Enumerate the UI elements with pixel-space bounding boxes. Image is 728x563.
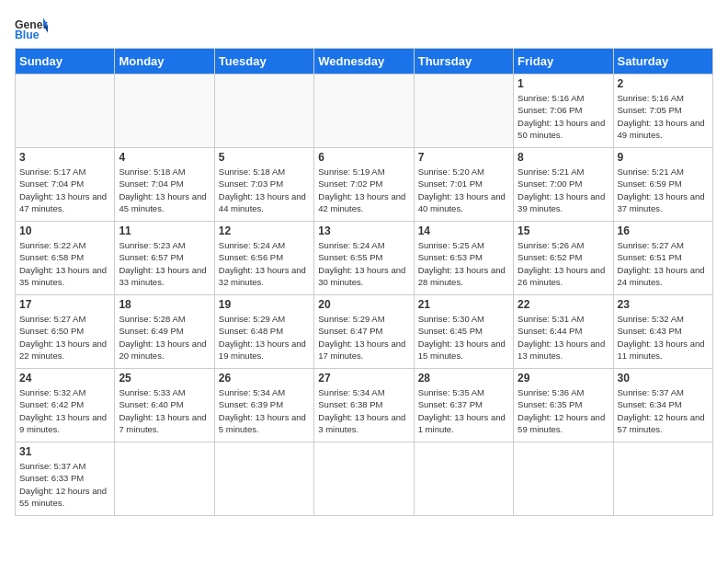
- day-info: Sunrise: 5:29 AM Sunset: 6:48 PM Dayligh…: [219, 313, 310, 362]
- calendar-cell: 16Sunrise: 5:27 AM Sunset: 6:51 PM Dayli…: [613, 222, 712, 295]
- calendar-cell: 28Sunrise: 5:35 AM Sunset: 6:37 PM Dayli…: [414, 369, 513, 442]
- calendar-cell: 23Sunrise: 5:32 AM Sunset: 6:43 PM Dayli…: [613, 295, 712, 369]
- calendar-cell: [214, 442, 313, 516]
- day-number: 15: [518, 224, 609, 237]
- day-number: 7: [418, 151, 509, 164]
- day-number: 4: [119, 151, 210, 164]
- calendar-cell: [414, 75, 513, 148]
- day-number: 23: [618, 298, 709, 311]
- day-number: 24: [19, 372, 110, 385]
- calendar-cell: [314, 75, 414, 148]
- weekday-header-row: SundayMondayTuesdayWednesdayThursdayFrid…: [16, 49, 713, 75]
- calendar-cell: [115, 442, 214, 516]
- calendar-cell: 12Sunrise: 5:24 AM Sunset: 6:56 PM Dayli…: [214, 222, 313, 295]
- day-info: Sunrise: 5:25 AM Sunset: 6:53 PM Dayligh…: [418, 239, 509, 288]
- calendar-cell: 22Sunrise: 5:31 AM Sunset: 6:44 PM Dayli…: [514, 295, 613, 369]
- weekday-header-sunday: Sunday: [16, 49, 115, 75]
- calendar-cell: 30Sunrise: 5:37 AM Sunset: 6:34 PM Dayli…: [613, 369, 712, 442]
- day-info: Sunrise: 5:18 AM Sunset: 7:04 PM Dayligh…: [119, 166, 210, 214]
- day-number: 6: [318, 151, 409, 164]
- calendar-cell: 24Sunrise: 5:32 AM Sunset: 6:42 PM Dayli…: [16, 369, 115, 442]
- day-info: Sunrise: 5:33 AM Sunset: 6:40 PM Dayligh…: [119, 386, 210, 435]
- calendar-cell: 25Sunrise: 5:33 AM Sunset: 6:40 PM Dayli…: [115, 369, 214, 442]
- day-info: Sunrise: 5:34 AM Sunset: 6:38 PM Dayligh…: [318, 386, 409, 435]
- calendar-cell: [16, 75, 115, 148]
- day-number: 8: [518, 151, 609, 164]
- calendar-cell: [514, 442, 613, 516]
- page-header: General Blue: [15, 15, 713, 40]
- calendar-row: 24Sunrise: 5:32 AM Sunset: 6:42 PM Dayli…: [16, 369, 713, 442]
- day-number: 31: [19, 445, 110, 458]
- weekday-header-wednesday: Wednesday: [314, 49, 414, 75]
- calendar-row: 17Sunrise: 5:27 AM Sunset: 6:50 PM Dayli…: [16, 295, 713, 369]
- day-number: 16: [618, 224, 709, 237]
- calendar-cell: 4Sunrise: 5:18 AM Sunset: 7:04 PM Daylig…: [115, 148, 214, 222]
- calendar-cell: 5Sunrise: 5:18 AM Sunset: 7:03 PM Daylig…: [214, 148, 313, 222]
- calendar-cell: 3Sunrise: 5:17 AM Sunset: 7:04 PM Daylig…: [16, 148, 115, 222]
- calendar-row: 31Sunrise: 5:37 AM Sunset: 6:33 PM Dayli…: [16, 442, 713, 516]
- day-number: 11: [119, 224, 210, 237]
- day-info: Sunrise: 5:37 AM Sunset: 6:33 PM Dayligh…: [19, 460, 110, 509]
- day-number: 25: [119, 372, 210, 385]
- calendar-cell: 21Sunrise: 5:30 AM Sunset: 6:45 PM Dayli…: [414, 295, 513, 369]
- calendar-row: 3Sunrise: 5:17 AM Sunset: 7:04 PM Daylig…: [16, 148, 713, 222]
- day-number: 2: [618, 77, 709, 90]
- weekday-header-friday: Friday: [514, 49, 613, 75]
- day-number: 26: [219, 372, 310, 385]
- calendar-cell: 6Sunrise: 5:19 AM Sunset: 7:02 PM Daylig…: [314, 148, 414, 222]
- calendar-cell: [414, 442, 513, 516]
- day-number: 29: [518, 372, 609, 385]
- day-info: Sunrise: 5:19 AM Sunset: 7:02 PM Dayligh…: [318, 166, 409, 214]
- calendar-cell: [314, 442, 414, 516]
- day-info: Sunrise: 5:27 AM Sunset: 6:50 PM Dayligh…: [19, 313, 110, 362]
- calendar-cell: 15Sunrise: 5:26 AM Sunset: 6:52 PM Dayli…: [514, 222, 613, 295]
- day-info: Sunrise: 5:20 AM Sunset: 7:01 PM Dayligh…: [418, 166, 509, 214]
- day-info: Sunrise: 5:34 AM Sunset: 6:39 PM Dayligh…: [219, 386, 310, 435]
- day-info: Sunrise: 5:24 AM Sunset: 6:56 PM Dayligh…: [219, 239, 310, 288]
- calendar-cell: 26Sunrise: 5:34 AM Sunset: 6:39 PM Dayli…: [214, 369, 313, 442]
- weekday-header-saturday: Saturday: [613, 49, 712, 75]
- day-info: Sunrise: 5:18 AM Sunset: 7:03 PM Dayligh…: [219, 166, 310, 214]
- day-info: Sunrise: 5:24 AM Sunset: 6:55 PM Dayligh…: [318, 239, 409, 288]
- day-number: 12: [219, 224, 310, 237]
- day-info: Sunrise: 5:35 AM Sunset: 6:37 PM Dayligh…: [418, 386, 509, 435]
- day-info: Sunrise: 5:36 AM Sunset: 6:35 PM Dayligh…: [518, 386, 609, 435]
- calendar-row: 10Sunrise: 5:22 AM Sunset: 6:58 PM Dayli…: [16, 222, 713, 295]
- calendar-cell: 13Sunrise: 5:24 AM Sunset: 6:55 PM Dayli…: [314, 222, 414, 295]
- day-info: Sunrise: 5:23 AM Sunset: 6:57 PM Dayligh…: [119, 239, 210, 288]
- day-number: 17: [19, 298, 110, 311]
- day-number: 20: [318, 298, 409, 311]
- day-info: Sunrise: 5:17 AM Sunset: 7:04 PM Dayligh…: [19, 166, 110, 214]
- day-number: 19: [219, 298, 310, 311]
- day-number: 27: [318, 372, 409, 385]
- logo: General Blue: [15, 15, 51, 40]
- calendar-cell: [214, 75, 313, 148]
- day-info: Sunrise: 5:21 AM Sunset: 7:00 PM Dayligh…: [518, 166, 609, 214]
- day-info: Sunrise: 5:22 AM Sunset: 6:58 PM Dayligh…: [19, 239, 110, 288]
- day-number: 21: [418, 298, 509, 311]
- day-number: 28: [418, 372, 509, 385]
- calendar-cell: 11Sunrise: 5:23 AM Sunset: 6:57 PM Dayli…: [115, 222, 214, 295]
- day-info: Sunrise: 5:29 AM Sunset: 6:47 PM Dayligh…: [318, 313, 409, 362]
- calendar-cell: 2Sunrise: 5:16 AM Sunset: 7:05 PM Daylig…: [613, 75, 712, 148]
- svg-text:Blue: Blue: [15, 29, 40, 40]
- calendar-cell: 29Sunrise: 5:36 AM Sunset: 6:35 PM Dayli…: [514, 369, 613, 442]
- day-number: 30: [618, 372, 709, 385]
- day-number: 13: [318, 224, 409, 237]
- calendar-cell: 8Sunrise: 5:21 AM Sunset: 7:00 PM Daylig…: [514, 148, 613, 222]
- calendar-cell: 1Sunrise: 5:16 AM Sunset: 7:06 PM Daylig…: [514, 75, 613, 148]
- day-number: 9: [618, 151, 709, 164]
- day-number: 5: [219, 151, 310, 164]
- day-info: Sunrise: 5:26 AM Sunset: 6:52 PM Dayligh…: [518, 239, 609, 288]
- day-info: Sunrise: 5:16 AM Sunset: 7:05 PM Dayligh…: [618, 92, 709, 141]
- calendar-cell: 27Sunrise: 5:34 AM Sunset: 6:38 PM Dayli…: [314, 369, 414, 442]
- weekday-header-monday: Monday: [115, 49, 214, 75]
- weekday-header-thursday: Thursday: [414, 49, 513, 75]
- calendar-cell: 10Sunrise: 5:22 AM Sunset: 6:58 PM Dayli…: [16, 222, 115, 295]
- calendar-cell: 18Sunrise: 5:28 AM Sunset: 6:49 PM Dayli…: [115, 295, 214, 369]
- calendar-cell: 7Sunrise: 5:20 AM Sunset: 7:01 PM Daylig…: [414, 148, 513, 222]
- calendar-cell: 20Sunrise: 5:29 AM Sunset: 6:47 PM Dayli…: [314, 295, 414, 369]
- day-info: Sunrise: 5:28 AM Sunset: 6:49 PM Dayligh…: [119, 313, 210, 362]
- day-info: Sunrise: 5:37 AM Sunset: 6:34 PM Dayligh…: [618, 386, 709, 435]
- day-info: Sunrise: 5:30 AM Sunset: 6:45 PM Dayligh…: [418, 313, 509, 362]
